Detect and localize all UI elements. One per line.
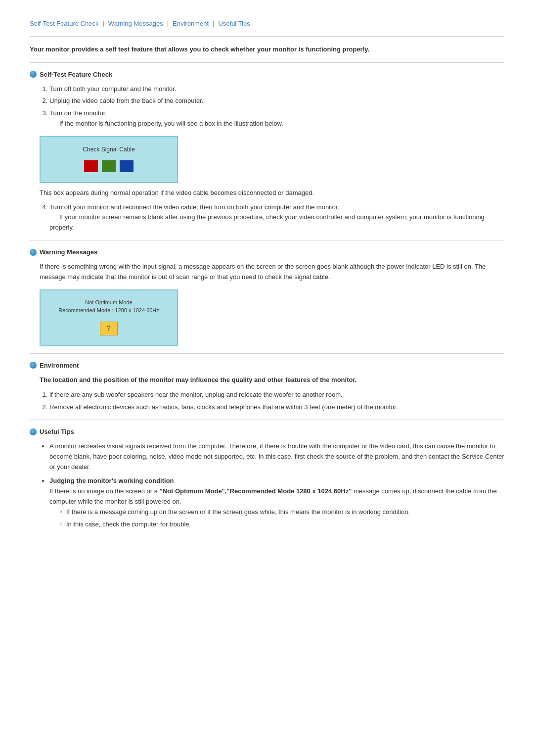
environment-title-text: Environment bbox=[40, 362, 79, 369]
color-square-red bbox=[84, 160, 98, 172]
self-test-title-text: Self-Test Feature Check bbox=[40, 71, 112, 78]
warning-title: Warning Messages bbox=[30, 248, 504, 256]
warning-bullet-icon bbox=[30, 249, 37, 256]
nav-useful-tips[interactable]: Useful Tips bbox=[218, 20, 250, 27]
env-item-2: Remove all electronic devices such as ra… bbox=[49, 402, 504, 413]
monitor-box-1: Check Signal Cable bbox=[40, 136, 178, 183]
environment-title: Environment bbox=[30, 362, 504, 369]
useful-tip-1: A monitor recreates visual signals recei… bbox=[49, 441, 504, 472]
self-test-steps: Turn off both your computer and the moni… bbox=[49, 84, 504, 129]
nav-warning[interactable]: Warning Messages bbox=[108, 20, 163, 27]
divider-3 bbox=[30, 353, 504, 354]
nav-sep-3: | bbox=[213, 20, 214, 27]
nav-self-test[interactable]: Self-Test Feature Check bbox=[30, 20, 98, 27]
color-square-green bbox=[102, 160, 116, 172]
judging-item: Judging the monitor's working condition … bbox=[49, 476, 504, 529]
environment-list: if there are any sub woofer speakers nea… bbox=[49, 390, 504, 413]
environment-content: The location and the position of the mon… bbox=[40, 375, 504, 413]
warning-content: If there is something wrong with the inp… bbox=[40, 262, 504, 346]
step-4-list: Turn off your monitor and reconnect the … bbox=[49, 202, 504, 233]
warning-title-text: Warning Messages bbox=[40, 248, 97, 256]
useful-tips-bullet-icon bbox=[30, 428, 37, 435]
self-test-content: Turn off both your computer and the moni… bbox=[40, 84, 504, 234]
nav-bar: Self-Test Feature Check | Warning Messag… bbox=[30, 20, 504, 27]
useful-tips-title-text: Useful Tips bbox=[40, 428, 74, 435]
useful-tips-list: A monitor recreates visual signals recei… bbox=[49, 441, 504, 472]
nav-environment[interactable]: Environment bbox=[173, 20, 209, 27]
color-square-blue bbox=[120, 160, 134, 172]
useful-tips-section: Useful Tips A monitor recreates visual s… bbox=[30, 428, 504, 529]
divider-2 bbox=[30, 240, 504, 240]
question-box: ? bbox=[100, 322, 118, 335]
judging-sub-list: If there is a message coming up on the s… bbox=[59, 507, 504, 530]
intro-text: Your monitor provides a self test featur… bbox=[30, 45, 504, 54]
step-1: Turn off both your computer and the moni… bbox=[49, 84, 504, 94]
monitor-box-1-title: Check Signal Cable bbox=[83, 145, 134, 154]
environment-section: Environment The location and the positio… bbox=[30, 362, 504, 413]
env-item-1: if there are any sub woofer speakers nea… bbox=[49, 390, 504, 400]
self-test-section: Self-Test Feature Check Turn off both yo… bbox=[30, 71, 504, 234]
step-2: Unplug the video cable from the back of … bbox=[49, 96, 504, 106]
warning-intro: If there is something wrong with the inp… bbox=[40, 262, 504, 283]
divider-1 bbox=[30, 62, 504, 63]
judging-list: Judging the monitor's working condition … bbox=[49, 476, 504, 529]
step-3: Turn on the monitor. If the monitor is f… bbox=[49, 108, 504, 129]
useful-tips-title: Useful Tips bbox=[30, 428, 504, 435]
environment-bullet-icon bbox=[30, 362, 37, 369]
divider-4 bbox=[30, 420, 504, 420]
step-3-sub: If the monitor is functioning properly, … bbox=[59, 120, 283, 127]
environment-bold: The location and the position of the mon… bbox=[40, 375, 504, 385]
color-squares bbox=[84, 160, 134, 172]
self-test-title: Self-Test Feature Check bbox=[30, 71, 504, 78]
judging-sub-2: In this case, check the computer for tro… bbox=[59, 520, 504, 530]
nav-sep-1: | bbox=[102, 20, 104, 27]
warning-section: Warning Messages If there is something w… bbox=[30, 248, 504, 346]
judging-intro-pre: If there is no image on the screen or a bbox=[49, 487, 160, 495]
top-divider bbox=[30, 36, 504, 37]
step-4-sub: If your monitor screen remains blank aft… bbox=[49, 213, 485, 231]
step-4: Turn off your monitor and reconnect the … bbox=[49, 202, 504, 233]
judging-title: Judging the monitor's working condition bbox=[49, 477, 174, 484]
judging-intro-bold: "Not Optimum Mode","Recommended Mode 128… bbox=[160, 487, 352, 495]
self-test-bullet-icon bbox=[30, 71, 37, 78]
monitor-box-2: Not Optimum Mode Recommended Mode : 1280… bbox=[40, 289, 178, 346]
judging-sub-1: If there is a message coming up on the s… bbox=[59, 507, 504, 518]
monitor-box-2-text: Not Optimum Mode Recommended Mode : 1280… bbox=[58, 298, 159, 315]
useful-tips-content: A monitor recreates visual signals recei… bbox=[40, 441, 504, 529]
after-box-text: This box appears during normal operation… bbox=[40, 188, 504, 198]
nav-sep-2: | bbox=[167, 20, 169, 27]
